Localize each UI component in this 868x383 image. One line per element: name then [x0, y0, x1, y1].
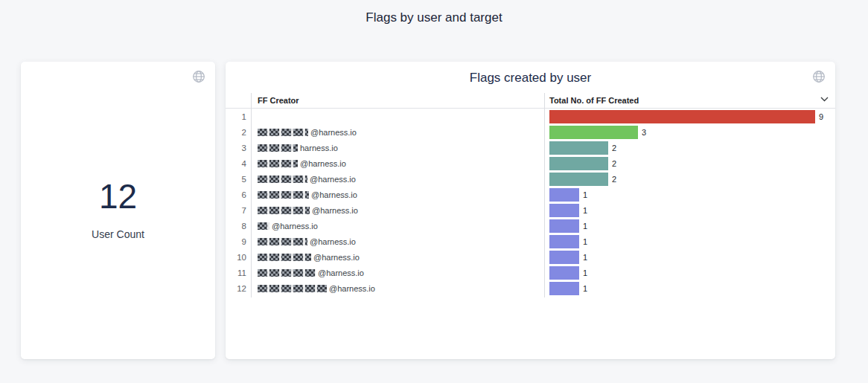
- bar-cell: 1: [544, 219, 835, 233]
- globe-icon[interactable]: [192, 70, 205, 83]
- value-bar[interactable]: [549, 282, 579, 295]
- creator-cell: @harness.io: [251, 253, 544, 262]
- globe-icon[interactable]: [812, 70, 826, 83]
- bar-cell: 2: [544, 157, 835, 170]
- table-row[interactable]: 6 @harness.io 1: [226, 187, 835, 202]
- bar-value-label: 1: [583, 237, 587, 246]
- redacted-email: [258, 238, 307, 245]
- redacted-email: [258, 160, 298, 167]
- row-index: 7: [226, 206, 251, 215]
- row-index: 8: [226, 222, 251, 231]
- value-bar[interactable]: [549, 141, 608, 155]
- row-index: 9: [226, 237, 251, 246]
- bar-cell: 1: [544, 282, 835, 295]
- bar-value-label: 2: [612, 159, 616, 168]
- email-domain: @harness.io: [311, 190, 357, 199]
- table-row[interactable]: 8 @harness.io 1: [226, 218, 835, 234]
- email-domain: @harness.io: [329, 284, 375, 293]
- user-count-card: 12 User Count: [21, 62, 215, 359]
- redacted-email: [258, 129, 308, 136]
- bar-cell: 1: [544, 235, 835, 248]
- redacted-email: [258, 269, 316, 277]
- table-row[interactable]: 1 9: [226, 109, 835, 124]
- flags-created-card: Flags created by user FF Creator Total N…: [226, 62, 835, 359]
- row-index: 12: [226, 284, 251, 293]
- redacted-email: [258, 222, 269, 230]
- table-row[interactable]: 9 @harness.io 1: [226, 234, 835, 249]
- value-bar[interactable]: [549, 126, 638, 139]
- bar-cell: 9: [544, 110, 835, 123]
- bar-value-label: 3: [642, 128, 646, 137]
- creator-cell: @harness.io: [251, 175, 544, 184]
- creator-cell: harness.io: [251, 144, 544, 152]
- table-header: FF Creator Total No. of FF Created: [226, 93, 835, 109]
- bar-value-label: 1: [583, 190, 587, 199]
- redacted-email: [258, 191, 309, 199]
- chevron-down-icon[interactable]: [820, 97, 829, 102]
- table-row[interactable]: 2 @harness.io 3: [226, 124, 835, 140]
- redacted-email: [258, 207, 310, 214]
- tile-title: Flags created by user: [226, 71, 835, 86]
- creator-cell: @harness.io: [251, 222, 544, 231]
- value-bar[interactable]: [549, 188, 579, 202]
- creator-cell: @harness.io: [251, 268, 544, 277]
- email-domain: @harness.io: [318, 268, 364, 277]
- user-count-label: User Count: [21, 228, 215, 240]
- email-domain: @harness.io: [310, 128, 357, 137]
- total-ff-column-header[interactable]: Total No. of FF Created: [544, 93, 835, 108]
- row-index: 2: [226, 128, 251, 137]
- table-row[interactable]: 7 @harness.io 1: [226, 202, 835, 218]
- value-bar[interactable]: [549, 251, 579, 264]
- row-index: 4: [226, 159, 251, 168]
- value-bar[interactable]: [549, 110, 815, 123]
- value-bar[interactable]: [549, 235, 579, 248]
- table-row[interactable]: 4 @harness.io 2: [226, 155, 835, 171]
- bar-value-label: 1: [583, 284, 587, 293]
- column-divider: [544, 93, 545, 297]
- bar-value-label: 2: [612, 175, 616, 184]
- value-bar[interactable]: [549, 173, 608, 186]
- table-row[interactable]: 12 @harness.io 1: [226, 280, 835, 296]
- redacted-email: [258, 285, 327, 292]
- bar-value-label: 9: [819, 112, 823, 121]
- user-count-value: 12: [21, 178, 215, 216]
- creator-cell: @harness.io: [251, 159, 544, 168]
- email-domain: @harness.io: [312, 206, 358, 215]
- table-row[interactable]: 10 @harness.io 1: [226, 249, 835, 265]
- value-bar[interactable]: [549, 204, 579, 217]
- row-index: 5: [226, 175, 251, 184]
- column-divider: [251, 93, 252, 297]
- redacted-email: [258, 176, 307, 183]
- email-domain: @harness.io: [310, 175, 356, 184]
- value-bar[interactable]: [549, 266, 579, 280]
- table-row[interactable]: 3 harness.io 2: [226, 140, 835, 155]
- email-domain: @harness.io: [313, 253, 360, 262]
- bar-cell: 1: [544, 204, 835, 217]
- bar-cell: 2: [544, 173, 835, 186]
- row-index: 6: [226, 190, 251, 199]
- email-domain: harness.io: [300, 144, 338, 152]
- table-row[interactable]: 11 @harness.io 1: [226, 265, 835, 280]
- email-domain: @harness.io: [272, 222, 318, 231]
- page-title: Flags by user and target: [0, 10, 868, 25]
- row-index: 10: [226, 253, 251, 262]
- email-domain: @harness.io: [310, 237, 356, 246]
- ff-creator-column-header[interactable]: FF Creator: [251, 96, 544, 105]
- bar-value-label: 1: [583, 222, 587, 231]
- email-domain: @harness.io: [300, 159, 346, 168]
- bar-cell: 1: [544, 266, 835, 280]
- bar-value-label: 1: [583, 253, 587, 262]
- bar-value-label: 2: [612, 144, 616, 152]
- bar-value-label: 1: [583, 206, 587, 215]
- row-index: 1: [226, 112, 251, 121]
- value-bar[interactable]: [549, 219, 579, 233]
- value-bar[interactable]: [549, 157, 608, 170]
- creator-cell: @harness.io: [251, 284, 544, 293]
- redacted-email: [258, 254, 311, 261]
- bar-cell: 2: [544, 141, 835, 155]
- bar-cell: 3: [544, 126, 835, 139]
- flags-table: FF Creator Total No. of FF Created 1 9 2…: [226, 93, 835, 296]
- table-row[interactable]: 5 @harness.io 2: [226, 171, 835, 187]
- creator-cell: @harness.io: [251, 190, 544, 199]
- row-index: 3: [226, 144, 251, 152]
